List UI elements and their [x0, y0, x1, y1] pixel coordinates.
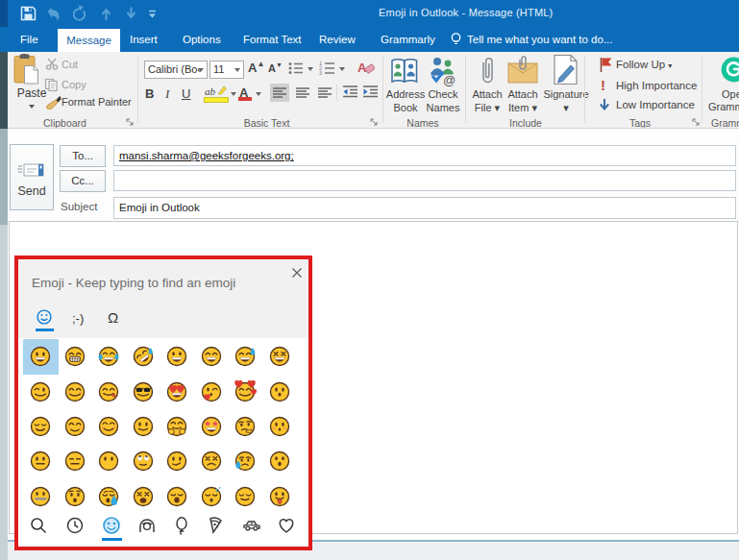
svg-text:A: A	[357, 61, 367, 75]
svg-text:3: 3	[319, 70, 322, 75]
svg-text:@: @	[443, 73, 456, 86]
